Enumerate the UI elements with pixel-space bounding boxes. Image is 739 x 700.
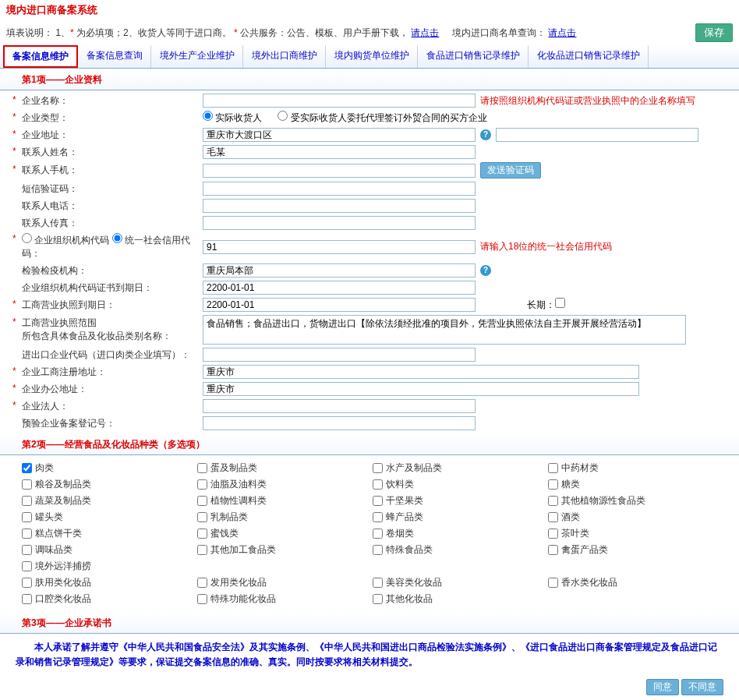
- category-label: 饮料类: [386, 478, 414, 491]
- orgexp-input[interactable]: [203, 281, 476, 295]
- category-item: 其他化妆品: [373, 592, 542, 606]
- category-item: 糕点饼干类: [22, 527, 191, 540]
- company-name-input[interactable]: [203, 94, 476, 108]
- longterm-checkbox[interactable]: [555, 298, 565, 308]
- tab-bar: 备案信息维护 备案信息查询 境外生产企业维护 境外出口商维护 境内购货单位维护 …: [0, 45, 739, 69]
- download-link[interactable]: 请点击: [411, 27, 439, 38]
- tab-record-maintain[interactable]: 备案信息维护: [3, 45, 78, 68]
- tel-input[interactable]: [203, 199, 476, 213]
- address-detail-input[interactable]: [496, 128, 698, 142]
- category-checkbox[interactable]: [373, 545, 383, 555]
- category-label: 香水类化妆品: [561, 576, 617, 589]
- category-label: 蛋及制品类: [210, 461, 257, 475]
- category-item: 其他植物源性食品类: [548, 494, 717, 507]
- category-checkbox[interactable]: [373, 594, 383, 604]
- mobile-input[interactable]: [203, 164, 476, 178]
- category-item: 境外远洋捕捞: [22, 560, 191, 573]
- officeaddr-input[interactable]: [203, 382, 639, 396]
- category-checkbox[interactable]: [548, 545, 558, 555]
- category-checkbox[interactable]: [197, 512, 207, 522]
- save-button[interactable]: 保存: [695, 23, 733, 42]
- category-checkbox[interactable]: [548, 496, 558, 506]
- contact-name-input[interactable]: [203, 145, 476, 159]
- category-label: 茶叶类: [561, 527, 589, 540]
- category-checkbox[interactable]: [373, 529, 383, 539]
- tab-overseas-exporter[interactable]: 境外出口商维护: [243, 45, 326, 68]
- bizexp-input[interactable]: [203, 298, 476, 312]
- category-item: 中药材类: [548, 461, 717, 475]
- fax-input[interactable]: [203, 216, 476, 230]
- category-checkbox[interactable]: [197, 594, 207, 604]
- category-label: 禽蛋产品类: [561, 543, 608, 557]
- category-item: [548, 592, 717, 606]
- category-checkbox[interactable]: [22, 545, 32, 555]
- disagree-button[interactable]: 不同意: [681, 679, 723, 695]
- regaddr-input[interactable]: [203, 365, 639, 379]
- category-checkbox[interactable]: [22, 479, 32, 490]
- iecode-input[interactable]: [203, 348, 476, 362]
- agree-button[interactable]: 同意: [646, 679, 679, 695]
- tab-overseas-producer[interactable]: 境外生产企业维护: [151, 45, 243, 68]
- query-link[interactable]: 请点击: [548, 27, 576, 38]
- license-input[interactable]: [203, 416, 476, 430]
- scope-label: 工商营业执照范围所包含具体食品及化妆品类别名称：: [8, 316, 203, 343]
- category-checkbox[interactable]: [548, 529, 558, 539]
- tab-cosmetic-sales-record[interactable]: 化妆品进口销售记录维护: [529, 45, 649, 68]
- category-checkbox[interactable]: [197, 529, 207, 539]
- tab-domestic-buyer[interactable]: 境内购货单位维护: [326, 45, 418, 68]
- tab-food-sales-record[interactable]: 食品进口销售记录维护: [418, 45, 529, 68]
- section2-header: 第2项——经营食品及化妆品种类（多选项）: [0, 433, 739, 455]
- category-checkbox[interactable]: [22, 578, 32, 588]
- orgcode-mode-radio-1[interactable]: [22, 233, 32, 243]
- category-label: 发用类化妆品: [210, 576, 267, 589]
- fax-label: 联系人传真：: [8, 217, 203, 230]
- smscode-input[interactable]: [203, 182, 476, 196]
- category-checkbox[interactable]: [22, 496, 32, 506]
- category-checkbox[interactable]: [22, 512, 32, 522]
- category-item: 水产及制品类: [373, 461, 542, 475]
- category-item: [373, 560, 542, 573]
- category-label: 卷烟类: [386, 527, 414, 540]
- company-type-radio-1[interactable]: [203, 111, 213, 121]
- help-icon[interactable]: ?: [480, 265, 491, 276]
- address-input[interactable]: [203, 128, 476, 142]
- category-item: 特殊功能化妆品: [197, 592, 366, 606]
- category-checkbox[interactable]: [548, 463, 558, 473]
- category-checkbox[interactable]: [373, 496, 383, 506]
- scope-textarea[interactable]: [203, 315, 686, 345]
- inspect-input[interactable]: [203, 263, 476, 278]
- category-checkbox[interactable]: [197, 545, 207, 555]
- category-checkbox[interactable]: [373, 512, 383, 522]
- category-item: 蜂产品类: [373, 511, 542, 524]
- category-item: 乳制品类: [197, 511, 366, 524]
- category-checkbox[interactable]: [22, 529, 32, 539]
- send-sms-button[interactable]: 发送验证码: [480, 162, 541, 179]
- category-checkbox[interactable]: [548, 479, 558, 490]
- category-checkbox[interactable]: [197, 578, 207, 588]
- category-checkbox[interactable]: [197, 496, 207, 506]
- category-checkbox[interactable]: [197, 463, 207, 473]
- company-type-radio-2[interactable]: [278, 111, 288, 121]
- category-label: 其他植物源性食品类: [561, 494, 645, 507]
- category-checkbox[interactable]: [22, 561, 32, 571]
- legal-input[interactable]: [203, 399, 476, 413]
- category-checkbox[interactable]: [373, 463, 383, 473]
- category-item: 植物性调料类: [197, 494, 366, 507]
- category-label: 美容类化妆品: [386, 576, 442, 589]
- category-checkbox[interactable]: [197, 479, 207, 490]
- tab-record-query[interactable]: 备案信息查询: [78, 45, 151, 68]
- category-checkbox[interactable]: [548, 578, 558, 588]
- category-label: 糕点饼干类: [35, 527, 82, 540]
- category-item: 罐头类: [22, 511, 191, 524]
- category-checkbox[interactable]: [548, 512, 558, 522]
- category-checkbox[interactable]: [22, 594, 32, 604]
- category-checkbox[interactable]: [373, 578, 383, 588]
- instrux-label: 填表说明：: [6, 27, 53, 38]
- help-icon[interactable]: ?: [480, 129, 491, 140]
- orgcode-input[interactable]: [203, 240, 476, 254]
- category-checkbox[interactable]: [22, 463, 32, 473]
- category-item: [548, 560, 717, 573]
- category-checkbox[interactable]: [373, 479, 383, 490]
- category-item: 口腔类化妆品: [22, 592, 191, 606]
- orgcode-mode-radio-2[interactable]: [112, 233, 122, 243]
